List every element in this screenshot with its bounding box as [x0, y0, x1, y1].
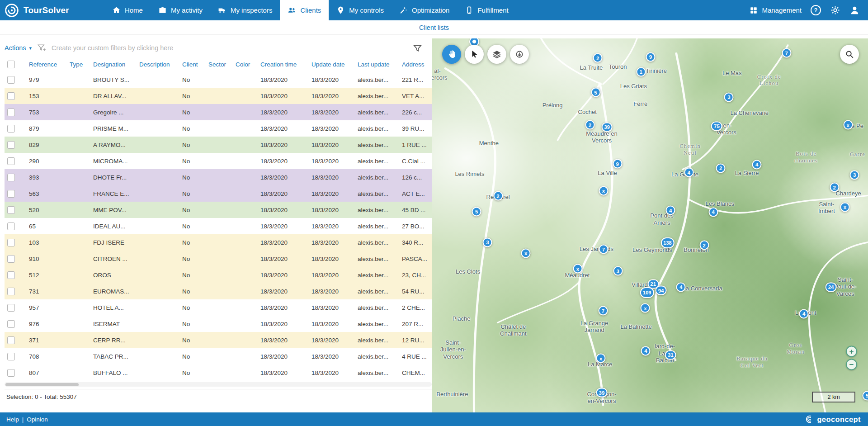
map-cluster-marker[interactable]: 2 — [716, 163, 726, 173]
table-row[interactable]: 829A RAYMO...No18/3/202018/3/2020alexis.… — [5, 137, 432, 153]
column-header[interactable]: Color — [233, 57, 258, 71]
row-checkbox[interactable] — [7, 369, 15, 377]
row-checkbox[interactable] — [7, 353, 15, 360]
row-checkbox[interactable] — [7, 222, 15, 230]
user-account-icon[interactable] — [849, 5, 860, 15]
map-close-marker[interactable]: x — [599, 186, 608, 195]
column-header[interactable]: Address — [399, 57, 432, 71]
map-cluster-marker[interactable]: 3 — [483, 237, 492, 247]
table-row[interactable]: 563FRANCE E...No18/3/202018/3/2020alexis… — [5, 185, 432, 202]
map-cluster-marker[interactable]: 4 — [752, 160, 762, 169]
layers-button[interactable] — [487, 45, 506, 64]
map-close-marker[interactable]: x — [840, 202, 849, 212]
map-cluster-marker[interactable]: 7 — [782, 48, 791, 58]
map-cluster-marker[interactable]: 5 — [863, 391, 868, 400]
settings-gear-icon[interactable] — [830, 5, 840, 15]
map-cluster-marker[interactable]: 75 — [711, 121, 722, 131]
map-cluster-marker[interactable]: 5 — [472, 207, 481, 216]
row-checkbox[interactable] — [7, 174, 15, 181]
map-cluster-marker[interactable]: 109 — [640, 287, 654, 298]
map-cluster-marker[interactable]: 9 — [613, 159, 622, 169]
map-panel[interactable]: al-VercorsTouronLa TruiteLa TirinièreLes… — [432, 38, 868, 412]
map-cluster-marker[interactable]: 138 — [660, 237, 674, 248]
add-filter-icon[interactable] — [37, 43, 46, 52]
pan-tool-button[interactable] — [442, 45, 461, 64]
map-cluster-marker[interactable]: 39 — [596, 388, 608, 398]
table-row[interactable]: 910CITROEN ...No18/3/202018/3/2020alexis… — [5, 251, 432, 267]
zoom-out-button[interactable]: − — [846, 359, 857, 370]
map-cluster-marker[interactable]: 9 — [646, 52, 655, 62]
table-row[interactable]: 979BROUTY S...No18/3/202018/3/2020alexis… — [5, 71, 432, 88]
nav-item-fulfillment[interactable]: Fulfillment — [457, 0, 516, 20]
row-checkbox[interactable] — [7, 109, 15, 116]
column-header[interactable]: Description — [137, 57, 179, 71]
help-icon[interactable]: ? — [811, 5, 821, 15]
nav-item-optimization[interactable]: Optimization — [392, 0, 457, 20]
map-cluster-marker[interactable]: 2 — [593, 53, 603, 63]
nav-item-home[interactable]: Home — [104, 0, 151, 20]
column-header[interactable]: Type — [67, 57, 90, 71]
column-header[interactable]: Reference — [26, 57, 67, 71]
nav-item-my-controls[interactable]: My controls — [329, 0, 392, 20]
row-checkbox[interactable] — [7, 206, 15, 214]
map-cluster-marker[interactable]: 3 — [613, 266, 623, 276]
row-checkbox[interactable] — [7, 336, 15, 344]
row-checkbox[interactable] — [7, 76, 15, 84]
table-row[interactable]: 807BUFFALO ...No18/3/202018/3/2020alexis… — [5, 364, 432, 381]
table-row[interactable]: 879PRISME M...No18/3/202018/3/2020alexis… — [5, 120, 432, 137]
map-cluster-marker[interactable]: 39 — [601, 122, 613, 132]
actions-dropdown[interactable]: Actions ▾ — [5, 44, 32, 52]
map-cluster-marker[interactable]: 7 — [599, 245, 608, 254]
map-cluster-marker[interactable]: 4 — [676, 282, 686, 292]
map-cluster-marker[interactable]: 4 — [666, 206, 675, 215]
column-header[interactable]: Creation time — [258, 57, 309, 71]
map-close-marker[interactable]: x — [573, 264, 582, 274]
table-row[interactable]: 290MICROMA...No18/3/202018/3/2020alexis.… — [5, 153, 432, 169]
map-cluster-marker[interactable]: 3 — [850, 170, 859, 180]
map-close-marker[interactable]: x — [596, 354, 606, 363]
row-checkbox[interactable] — [7, 141, 15, 149]
column-header[interactable]: Sector — [206, 57, 233, 71]
row-checkbox[interactable] — [7, 320, 15, 328]
map-search-button[interactable] — [840, 45, 859, 64]
row-checkbox[interactable] — [7, 304, 15, 312]
map-cluster-marker[interactable]: 94 — [656, 286, 667, 295]
column-header[interactable]: Update date — [309, 57, 355, 71]
management-menu[interactable]: Management — [750, 6, 802, 14]
route-tool-button[interactable] — [510, 45, 529, 64]
map-cluster-marker[interactable]: 2 — [699, 241, 709, 250]
help-link[interactable]: Help — [6, 416, 19, 423]
column-header[interactable]: Designation — [90, 57, 137, 71]
tab-client-lists[interactable]: Client lists — [419, 24, 449, 31]
map-close-marker[interactable]: x — [843, 120, 853, 130]
filter-builder-placeholder[interactable]: Create your custom filters by clicking h… — [52, 44, 173, 52]
map-close-marker[interactable]: x — [521, 248, 531, 258]
table-row[interactable]: 65IDEAL AU...No18/3/202018/3/2020alexis.… — [5, 218, 432, 234]
table-row[interactable]: 371CERP RR...No18/3/202018/3/2020alexis.… — [5, 332, 432, 348]
map-cluster-marker[interactable]: 31 — [665, 350, 676, 360]
map-close-marker[interactable]: x — [641, 303, 650, 313]
table-row[interactable]: 731EUROMAS...No18/3/202018/3/2020alexis.… — [5, 283, 432, 299]
map-cluster-marker[interactable]: 24 — [826, 282, 837, 292]
horizontal-scrollbar[interactable] — [5, 382, 432, 387]
map-cluster-marker[interactable]: 1 — [636, 67, 646, 76]
map-cluster-marker[interactable]: 3 — [724, 92, 734, 102]
zoom-in-button[interactable]: + — [846, 346, 857, 357]
select-tool-button[interactable] — [465, 45, 484, 64]
map-cluster-marker[interactable]: 4 — [708, 207, 718, 217]
nav-item-clients[interactable]: Clients — [280, 0, 329, 20]
row-checkbox[interactable] — [7, 239, 15, 246]
column-header[interactable]: Client — [179, 57, 206, 71]
table-row[interactable]: 957HOTEL A...No18/3/202018/3/2020alexis.… — [5, 299, 432, 316]
map-cluster-marker[interactable]: 2 — [585, 120, 594, 130]
opinion-link[interactable]: Opinion — [27, 416, 48, 423]
table-row[interactable]: 512OROSNo18/3/202018/3/2020alexis.ber...… — [5, 267, 432, 283]
map-cluster-marker[interactable]: 7 — [598, 306, 608, 316]
map-cluster-marker[interactable]: 4 — [641, 346, 651, 355]
table-row[interactable]: 103FDJ ISERENo18/3/202018/3/2020alexis.b… — [5, 234, 432, 251]
row-checkbox[interactable] — [7, 271, 15, 279]
row-checkbox[interactable] — [7, 288, 15, 295]
column-header[interactable]: Last update — [355, 57, 399, 71]
row-checkbox[interactable] — [7, 255, 15, 263]
map-cluster-marker[interactable]: 5 — [591, 88, 600, 97]
